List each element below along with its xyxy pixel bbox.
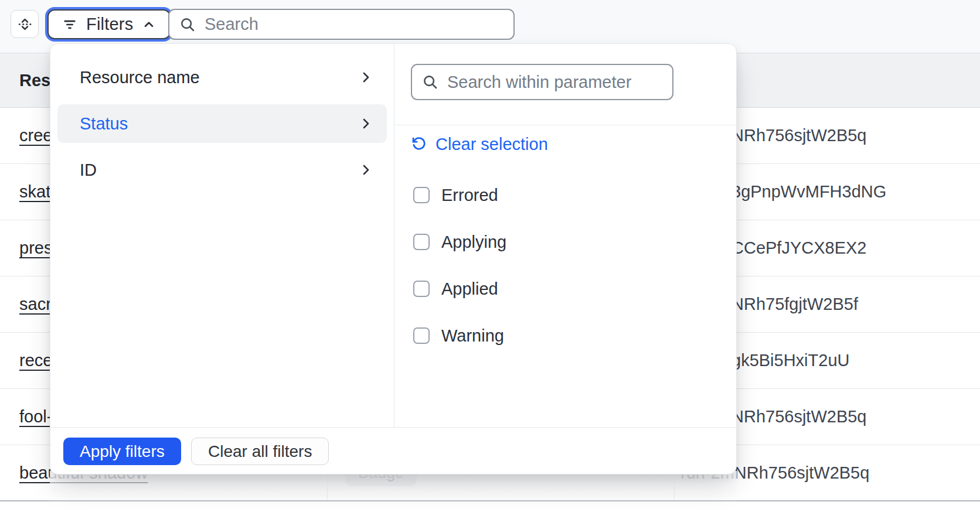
menu-item-label: Resource name <box>80 68 200 87</box>
option-label: Applied <box>441 279 498 299</box>
chevron-right-icon <box>359 163 373 177</box>
clear-selection-link[interactable]: Clear selection <box>411 131 548 158</box>
divider <box>50 427 736 428</box>
filters-panel: Resource name Status ID <box>50 43 737 474</box>
filter-lines-icon <box>62 16 78 33</box>
clear-selection-label: Clear selection <box>435 135 548 154</box>
filters-button[interactable]: Filters <box>47 9 171 39</box>
option-applied[interactable]: Applied <box>413 277 498 301</box>
resource-name-link[interactable]: sacr <box>19 295 52 314</box>
checkbox[interactable] <box>413 234 430 250</box>
global-search <box>168 9 515 40</box>
resource-name-link[interactable]: pres <box>19 238 52 258</box>
search-icon <box>421 73 439 91</box>
option-label: Warning <box>441 326 504 346</box>
parameter-search <box>411 64 673 100</box>
unfold-vertical-icon <box>17 16 33 32</box>
option-warning[interactable]: Warning <box>413 324 504 347</box>
chevron-right-icon <box>359 117 373 131</box>
menu-item-id[interactable]: ID <box>57 151 387 189</box>
checkbox[interactable] <box>413 327 430 344</box>
clear-all-filters-button[interactable]: Clear all filters <box>191 438 329 465</box>
parameter-search-input[interactable] <box>447 73 663 92</box>
resource-id: 3gPnpWvMFH3dNG <box>731 182 886 202</box>
chevron-up-icon <box>141 17 156 32</box>
parameter-values-pane: Clear selection Errored Applying Applied… <box>394 44 737 427</box>
search-icon <box>179 16 196 33</box>
reset-icon <box>411 136 427 152</box>
search-input[interactable] <box>205 15 504 34</box>
menu-item-label: Status <box>80 114 128 134</box>
app-screen: Reso cree NRh756sjtW2B5q skat 3gPnpWvMFH… <box>0 0 980 519</box>
resource-name-link[interactable]: rece <box>19 351 52 370</box>
resource-id: NRh756sjtW2B5q <box>731 407 867 426</box>
apply-filters-button[interactable]: Apply filters <box>63 438 181 465</box>
filter-parameter-menu: Resource name Status ID <box>50 44 394 427</box>
resource-id: CCePfJYCX8EX2 <box>731 238 867 258</box>
resource-name-link[interactable]: skat <box>19 182 50 202</box>
sort-rows-button[interactable] <box>11 10 39 38</box>
filters-button-label: Filters <box>86 15 133 34</box>
checkbox[interactable] <box>413 281 430 297</box>
option-applying[interactable]: Applying <box>413 230 506 254</box>
option-label: Applying <box>441 233 506 252</box>
option-label: Errored <box>441 186 498 205</box>
resource-name-link[interactable]: cree <box>19 126 52 145</box>
menu-item-label: ID <box>80 161 97 180</box>
menu-item-resource-name[interactable]: Resource name <box>57 58 387 97</box>
checkbox[interactable] <box>413 187 430 203</box>
option-errored[interactable]: Errored <box>413 183 498 207</box>
resource-id: NRh756sjtW2B5q <box>731 126 867 145</box>
resource-id: NRh75fgjtW2B5f <box>731 295 858 314</box>
chevron-right-icon <box>359 70 373 84</box>
divider <box>394 125 737 125</box>
resource-name-link[interactable]: fool- <box>19 407 52 426</box>
menu-item-status[interactable]: Status <box>57 104 387 143</box>
resource-id: gk5Bi5HxiT2uU <box>731 351 849 370</box>
